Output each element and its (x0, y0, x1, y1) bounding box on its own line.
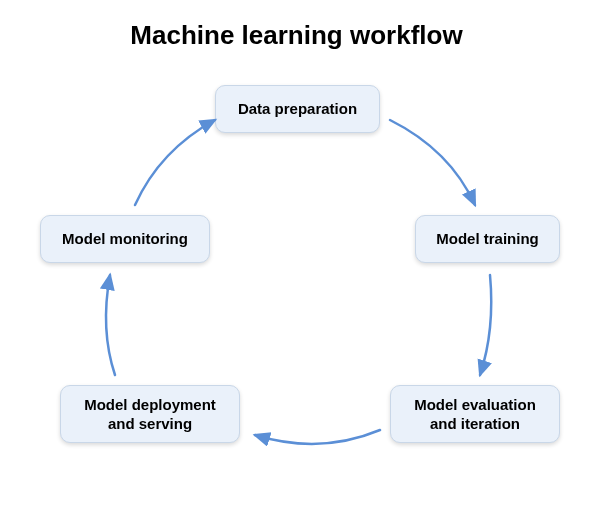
workflow-node-model-deployment: Model deploymentand serving (60, 385, 240, 443)
workflow-node-model-evaluation: Model evaluationand iteration (390, 385, 560, 443)
workflow-arrows (0, 0, 593, 529)
node-label: Model evaluationand iteration (414, 395, 536, 434)
workflow-node-model-training: Model training (415, 215, 560, 263)
diagram-title: Machine learning workflow (0, 20, 593, 51)
workflow-node-model-monitoring: Model monitoring (40, 215, 210, 263)
workflow-node-data-preparation: Data preparation (215, 85, 380, 133)
node-label: Model training (436, 229, 539, 249)
node-label: Data preparation (238, 99, 357, 119)
node-label: Model monitoring (62, 229, 188, 249)
node-label: Model deploymentand serving (84, 395, 216, 434)
